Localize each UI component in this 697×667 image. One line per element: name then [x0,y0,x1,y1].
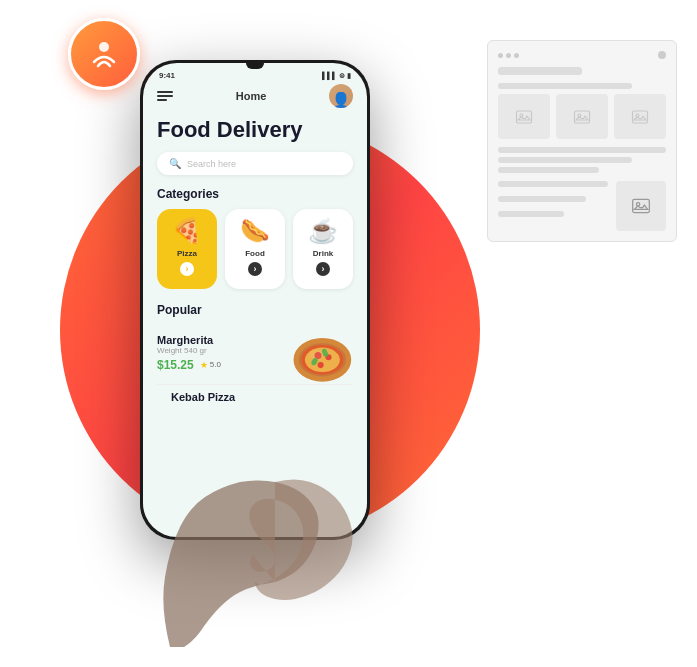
pizza-emoji: 🍕 [172,217,202,245]
wf-img-3 [614,94,666,139]
wf-bottom-line-1 [498,181,608,187]
search-bar[interactable]: 🔍 Search here [157,152,353,175]
svg-point-16 [636,114,639,117]
wifi-icon: ⊜ [339,72,345,80]
svg-rect-17 [633,199,650,212]
food-arrow[interactable] [248,262,262,276]
page-title: Food Delivery [157,118,353,142]
food-label: Food [245,249,265,258]
wf-bottom-img [616,181,666,231]
wf-bottom-line-2 [498,196,586,202]
food-emoji: 🌭 [240,217,270,245]
hamburger-line3 [157,99,167,101]
phone-container: 9:41 ▌▌▌ ⊜ ▮ Home Food Delivery [140,60,370,540]
pizza-arrow[interactable] [180,262,194,276]
svg-point-0 [99,42,109,52]
categories-row: 🍕 Pizza 🌭 Food ☕ Drink [157,209,353,289]
search-placeholder: Search here [187,159,236,169]
wf-text-block [498,181,608,231]
category-drink[interactable]: ☕ Drink [293,209,353,289]
categories-title: Categories [157,187,353,201]
battery-icon: ▮ [347,72,351,80]
svg-point-7 [318,362,324,368]
header-title: Home [236,90,267,102]
margherita-image [283,325,353,380]
wf-dot3 [514,53,519,58]
status-time: 9:41 [159,71,175,80]
hamburger-menu[interactable] [157,91,173,101]
hamburger-line1 [157,91,173,93]
svg-point-10 [309,350,323,359]
wf-images-row [498,94,666,139]
app-icon [68,18,140,90]
phone-screen: 9:41 ▌▌▌ ⊜ ▮ Home Food Delivery [143,63,367,537]
category-pizza[interactable]: 🍕 Pizza [157,209,217,289]
drink-arrow[interactable] [316,262,330,276]
status-icons: ▌▌▌ ⊜ ▮ [322,72,351,80]
search-icon: 🔍 [169,158,181,169]
wf-line-3 [498,167,599,173]
wf-bottom-section [498,181,666,231]
drink-emoji: ☕ [308,217,338,245]
margherita-price: $15.25 [157,358,194,372]
app-content: Food Delivery 🔍 Search here Categories 🍕… [143,114,367,411]
svg-point-14 [578,114,581,117]
margherita-rating: ★ 5.0 [200,360,221,370]
pizza-label: Pizza [177,249,197,258]
wf-line-sub [498,83,632,89]
wf-bottom-line-3 [498,211,564,217]
wf-dot1 [498,53,503,58]
rating-value: 5.0 [210,360,221,369]
category-food[interactable]: 🌭 Food [225,209,285,289]
wf-img-1 [498,94,550,139]
margherita-price-row: $15.25 ★ 5.0 [157,358,283,372]
drink-label: Drink [313,249,333,258]
popular-item-kebab[interactable]: Kebab Pizza [157,384,353,403]
star-icon: ★ [200,360,208,370]
wf-header [498,51,666,59]
wf-line-title [498,67,582,75]
popular-title: Popular [157,303,353,317]
svg-rect-15 [633,111,648,123]
kebab-name: Kebab Pizza [171,391,339,403]
wf-img-2 [556,94,608,139]
wf-line-2 [498,157,632,163]
svg-point-12 [520,114,523,117]
wf-dot2 [506,53,511,58]
wf-line-1 [498,147,666,153]
margherita-info: Margherita Weight 540 gr $15.25 ★ 5.0 [157,334,283,372]
wireframe-mockup [487,40,677,242]
phone-frame: 9:41 ▌▌▌ ⊜ ▮ Home Food Delivery [140,60,370,540]
wf-dots [498,53,519,58]
margherita-weight: Weight 540 gr [157,346,283,355]
signal-icon: ▌▌▌ [322,72,337,79]
svg-point-18 [636,203,639,206]
app-header: Home [143,82,367,114]
svg-rect-11 [517,111,532,123]
margherita-name: Margherita [157,334,283,346]
user-avatar[interactable] [329,84,353,108]
svg-rect-13 [575,111,590,123]
hamburger-line2 [157,95,173,97]
wf-close [658,51,666,59]
popular-item-margherita[interactable]: Margherita Weight 540 gr $15.25 ★ 5.0 [157,325,353,380]
